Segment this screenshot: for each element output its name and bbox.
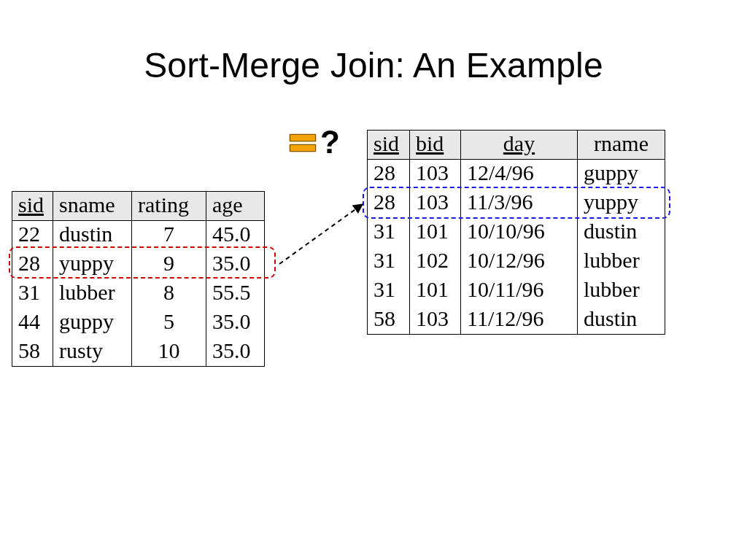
slide-title: Sort-Merge Join: An Example <box>0 45 747 85</box>
cell-sid: 22 <box>12 221 53 250</box>
cell-rating: 9 <box>132 250 206 279</box>
cell-age: 35.0 <box>206 308 265 338</box>
comparison-arrow-icon <box>274 197 368 270</box>
col-sid: sid <box>12 192 53 221</box>
cell-sid: 31 <box>368 276 410 306</box>
cell-bid: 103 <box>410 306 461 335</box>
table-row: 28 yuppy 9 35.0 <box>12 250 265 279</box>
table-row: 44 guppy 5 35.0 <box>12 308 265 338</box>
cell-age: 35.0 <box>206 250 265 279</box>
cell-bid: 103 <box>410 160 461 189</box>
table-row: 22 dustin 7 45.0 <box>12 221 265 250</box>
cell-sname: yuppy <box>53 250 132 279</box>
table-row: 31 101 10/10/96 dustin <box>368 218 665 247</box>
cell-rname: dustin <box>578 218 665 247</box>
col-sid: sid <box>368 131 410 160</box>
cell-rname: yuppy <box>578 189 665 218</box>
table-row: 31 lubber 8 55.5 <box>12 279 265 308</box>
cell-day: 10/11/96 <box>461 276 578 306</box>
cell-sid: 28 <box>12 250 53 279</box>
cell-day: 11/12/96 <box>461 306 578 335</box>
table-row: 58 103 11/12/96 dustin <box>368 306 665 335</box>
cell-sname: rusty <box>53 338 132 367</box>
cell-rname: lubber <box>578 276 665 306</box>
cell-day: 10/12/96 <box>461 247 578 276</box>
question-mark: ? <box>320 124 340 160</box>
svg-line-0 <box>279 204 363 264</box>
col-bid: bid <box>410 131 461 160</box>
cell-sid: 31 <box>368 218 410 247</box>
sailors-header: sid sname rating age <box>12 192 265 221</box>
cell-bid: 101 <box>410 276 461 306</box>
cell-rname: guppy <box>578 160 665 189</box>
cell-sid: 58 <box>368 306 410 335</box>
cell-sid: 58 <box>12 338 53 367</box>
cell-rname: lubber <box>578 247 665 276</box>
cell-rating: 10 <box>132 338 206 367</box>
col-age: age <box>206 192 265 221</box>
equals-icon <box>290 134 316 152</box>
reserves-body: 28 103 12/4/96 guppy 28 103 11/3/96 yupp… <box>368 160 665 335</box>
col-rname: rname <box>578 131 665 160</box>
cell-sname: guppy <box>53 308 132 338</box>
cell-sid: 31 <box>368 247 410 276</box>
reserves-header: sid bid day rname <box>368 131 665 160</box>
table-row: 58 rusty 10 35.0 <box>12 338 265 367</box>
cell-day: 11/3/96 <box>461 189 578 218</box>
cell-day: 10/10/96 <box>461 218 578 247</box>
col-sname: sname <box>53 192 132 221</box>
cell-sname: lubber <box>53 279 132 308</box>
col-day: day <box>461 131 578 160</box>
cell-sname: dustin <box>53 221 132 250</box>
table-row: 28 103 12/4/96 guppy <box>368 160 665 189</box>
sailors-body: 22 dustin 7 45.0 28 yuppy 9 35.0 31 lubb… <box>12 221 265 367</box>
cell-sid: 28 <box>368 160 410 189</box>
cell-age: 45.0 <box>206 221 265 250</box>
table-row: 31 102 10/12/96 lubber <box>368 247 665 276</box>
sailors-table: sid sname rating age 22 dustin 7 45.0 28… <box>12 191 265 367</box>
reserves-table: sid bid day rname 28 103 12/4/96 guppy 2… <box>367 130 665 335</box>
table-row: 31 101 10/11/96 lubber <box>368 276 665 306</box>
cell-day: 12/4/96 <box>461 160 578 189</box>
cell-bid: 101 <box>410 218 461 247</box>
cell-age: 35.0 <box>206 338 265 367</box>
cell-rating: 7 <box>132 221 206 250</box>
cell-rating: 5 <box>132 308 206 338</box>
cell-rating: 8 <box>132 279 206 308</box>
cell-rname: dustin <box>578 306 665 335</box>
cell-sid: 44 <box>12 308 53 338</box>
cell-bid: 102 <box>410 247 461 276</box>
col-rating: rating <box>132 192 206 221</box>
cell-sid: 28 <box>368 189 410 218</box>
cell-sid: 31 <box>12 279 53 308</box>
cell-age: 55.5 <box>206 279 265 308</box>
table-row: 28 103 11/3/96 yuppy <box>368 189 665 218</box>
cell-bid: 103 <box>410 189 461 218</box>
